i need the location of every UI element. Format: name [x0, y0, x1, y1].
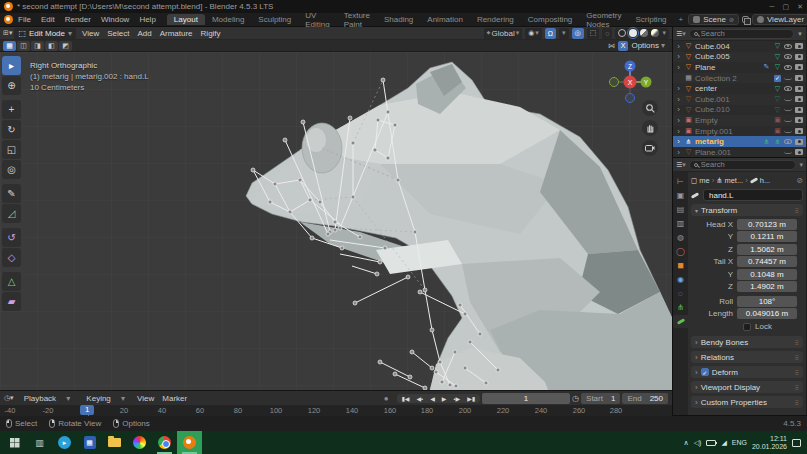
hide-eye-icon[interactable]: [784, 151, 792, 154]
menu-rigify[interactable]: Rigify: [197, 29, 225, 38]
tab-output-icon[interactable]: ▤: [673, 203, 688, 216]
tool-rotate[interactable]: ↻: [2, 120, 21, 139]
expand-icon[interactable]: ›: [675, 42, 682, 51]
tool-scale[interactable]: ◱: [2, 140, 21, 159]
head-x-field[interactable]: 0.70123 m: [737, 219, 797, 230]
properties-options-icon[interactable]: ▾: [799, 161, 803, 169]
menu-playback[interactable]: Playback ▾: [16, 394, 79, 403]
bendy-bones-panel-header[interactable]: ›Bendy Bones⠿: [691, 336, 803, 348]
tab-rendering[interactable]: Rendering: [470, 14, 521, 25]
viewport-display-panel-header[interactable]: ›Viewport Display⠿: [691, 381, 803, 393]
jump-to-start-button[interactable]: ▮◀: [399, 394, 413, 403]
lock-checkbox[interactable]: [743, 323, 751, 331]
stopwatch-icon[interactable]: ◷: [572, 394, 579, 403]
menu-armature[interactable]: Armature: [156, 29, 197, 38]
hide-eye-icon[interactable]: [784, 108, 792, 111]
bone-name-field[interactable]: hand.L: [703, 189, 803, 201]
custom-properties-panel-header[interactable]: ›Custom Properties⠿: [691, 396, 803, 408]
relations-panel-header[interactable]: ›Relations⠿: [691, 351, 803, 363]
prev-keyframe-button[interactable]: ◀•: [413, 394, 426, 403]
hide-eye-icon[interactable]: [784, 139, 792, 144]
tab-tool-icon[interactable]: ⊢: [673, 175, 688, 188]
outliner-item-plane001[interactable]: › ▽ Plane.001: [673, 147, 806, 158]
menu-view-timeline[interactable]: View: [133, 394, 158, 403]
tab-physics-icon[interactable]: ◉: [673, 273, 688, 286]
task-view-button[interactable]: ▥: [27, 431, 52, 454]
tool-move[interactable]: +: [2, 100, 21, 119]
maximize-button[interactable]: ▢: [783, 3, 790, 11]
disable-render-icon[interactable]: [795, 139, 803, 145]
disable-render-icon[interactable]: [795, 64, 803, 70]
taskbar-file-explorer[interactable]: [102, 431, 127, 454]
expand-icon[interactable]: ›: [675, 137, 682, 146]
timeline-ruler[interactable]: -40 -20 20 40 60 80 100 120 140 160 180 …: [0, 405, 672, 416]
deform-panel-header[interactable]: › ✓ Deform⠿: [691, 366, 803, 378]
network-icon[interactable]: ◢: [721, 439, 726, 447]
disable-render-icon[interactable]: [795, 96, 803, 102]
minimize-button[interactable]: ─: [770, 3, 775, 11]
menu-marker[interactable]: Marker: [158, 394, 191, 403]
material-shading-icon[interactable]: [640, 29, 648, 37]
shading-dropdown-icon[interactable]: ▾: [662, 29, 666, 37]
properties-editor-type-icon[interactable]: ☰▾: [676, 161, 686, 169]
next-keyframe-button[interactable]: •▶: [450, 394, 463, 403]
current-frame-field[interactable]: 1: [482, 393, 570, 404]
select-mode-set-icon[interactable]: ▦: [3, 41, 16, 51]
wireframe-shading-icon[interactable]: [618, 29, 626, 37]
tab-scene-icon[interactable]: ◍: [673, 231, 688, 244]
tab-sculpting[interactable]: Sculpting: [251, 14, 298, 25]
play-button[interactable]: ▶: [439, 394, 450, 403]
outliner-item-cube010[interactable]: › ▽ Cube.010 ▽: [673, 105, 806, 116]
tab-constraints-icon[interactable]: ◌: [673, 287, 688, 300]
clock[interactable]: 12:11 20.01.2026: [752, 435, 787, 451]
options-dropdown[interactable]: Options ▾: [631, 41, 665, 50]
tail-y-field[interactable]: 0.1048 m: [737, 269, 797, 280]
hide-eye-icon[interactable]: [784, 119, 792, 122]
hide-eye-icon[interactable]: [784, 77, 792, 80]
menu-help[interactable]: Help: [134, 15, 160, 24]
outliner-item-plane[interactable]: › ▽ Plane ✎ ▽: [673, 62, 806, 73]
snap-settings-dropdown[interactable]: ▾: [559, 28, 569, 39]
close-button[interactable]: ✕: [797, 3, 803, 11]
expand-icon[interactable]: ›: [675, 116, 682, 125]
3d-viewport[interactable]: ▸ ⊕ + ↻ ◱ ◎ ✎ ◿ ↺ ◇ △ ▰ Right Orthograph…: [0, 52, 672, 390]
pan-hand-icon[interactable]: [642, 120, 658, 136]
outliner-item-cube001[interactable]: › ▽ Cube.001 ▽: [673, 94, 806, 105]
outliner-item-center[interactable]: › ▽ center ▽: [673, 83, 806, 94]
tail-x-field[interactable]: 0.74457 m: [737, 256, 797, 267]
tool-extrude[interactable]: △: [2, 272, 21, 291]
auto-key-record-icon[interactable]: ●: [384, 394, 389, 403]
properties-search-input[interactable]: Search: [689, 160, 797, 170]
new-scene-icon[interactable]: [742, 16, 749, 23]
hide-eye-icon[interactable]: [784, 130, 792, 133]
expand-icon[interactable]: ›: [675, 148, 682, 157]
disable-render-icon[interactable]: [795, 128, 803, 134]
transform-panel-header[interactable]: ▾ Transform ⠿: [691, 204, 803, 216]
tab-shading[interactable]: Shading: [377, 14, 420, 25]
tool-transform[interactable]: ◎: [2, 160, 21, 179]
menu-keying[interactable]: Keying ▾: [78, 394, 133, 403]
outliner-item-collection2[interactable]: ▦ Collection 2 ✓: [673, 73, 806, 84]
breadcrumb-bone[interactable]: h...: [760, 176, 770, 185]
tab-object-data-icon[interactable]: ⋔: [673, 301, 688, 314]
scene-selector[interactable]: Scene ⊘: [688, 14, 739, 25]
deform-checkbox[interactable]: ✓: [701, 368, 709, 376]
hide-eye-icon[interactable]: [784, 86, 792, 91]
tool-bone-envelope[interactable]: ◇: [2, 248, 21, 267]
current-frame-badge[interactable]: 1: [80, 405, 94, 415]
menu-window[interactable]: Window: [96, 15, 134, 24]
taskbar-calculator[interactable]: ▦: [77, 431, 102, 454]
notification-center-icon[interactable]: [792, 439, 801, 447]
pivot-point-selector[interactable]: ◉▾: [525, 28, 542, 39]
jump-to-end-button[interactable]: ▶▮: [464, 394, 478, 403]
outliner-display-mode-icon[interactable]: ☰▾: [676, 30, 686, 38]
tab-object-icon[interactable]: ◼: [673, 259, 688, 272]
expand-icon[interactable]: ›: [675, 127, 682, 136]
tab-view-layer-icon[interactable]: ▥: [673, 217, 688, 230]
blender-menu-icon[interactable]: [4, 15, 13, 24]
tool-select-box[interactable]: ▸: [2, 56, 21, 75]
outliner-item-empty[interactable]: › ▣ Empty ▣: [673, 115, 806, 126]
tab-animation[interactable]: Animation: [420, 14, 470, 25]
zoom-icon[interactable]: [642, 100, 658, 116]
roll-field[interactable]: 108°: [737, 296, 797, 307]
